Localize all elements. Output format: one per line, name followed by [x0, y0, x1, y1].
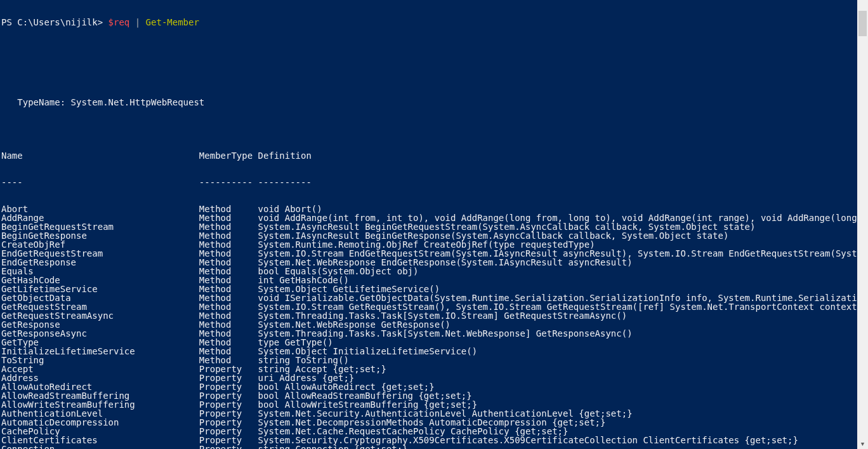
member-row: GetLifetimeService Method System.Object …: [1, 285, 857, 293]
member-row: GetResponse Method System.Net.WebRespons…: [1, 320, 857, 329]
member-row: InitializeLifetimeService Method System.…: [1, 347, 857, 356]
member-row: Accept Property string Accept {get;set;}: [1, 365, 857, 373]
member-row: EndGetRequestStream Method System.IO.Str…: [1, 249, 857, 258]
scroll-track[interactable]: [857, 11, 868, 438]
member-row: GetObjectData Method void ISerializable.…: [1, 293, 857, 302]
member-row: GetResponseAsync Method System.Threading…: [1, 329, 857, 338]
member-row: AllowReadStreamBuffering Property bool A…: [1, 391, 857, 400]
prompt-path: PS C:\Users\nijilk>: [1, 17, 109, 27]
member-row: CreateObjRef Method System.Runtime.Remot…: [1, 240, 857, 249]
header-line: Name MemberType Definition: [1, 151, 857, 160]
typename-line: TypeName: System.Net.HttpWebRequest: [1, 98, 857, 107]
member-row: AllowWriteStreamBuffering Property bool …: [1, 400, 857, 409]
prompt-pipe: |: [129, 17, 145, 27]
member-row: GetType Method type GetType(): [1, 338, 857, 347]
member-row: AutomaticDecompression Property System.N…: [1, 418, 857, 427]
prompt-variable: $req: [109, 17, 130, 27]
member-row: BeginGetResponse Method System.IAsyncRes…: [1, 231, 857, 240]
member-row: ToString Method string ToString(): [1, 356, 857, 365]
member-row: Address Property uri Address {get;}: [1, 373, 857, 382]
member-row: GetHashCode Method int GetHashCode(): [1, 276, 857, 285]
member-row: Equals Method bool Equals(System.Object …: [1, 267, 857, 276]
member-row: AllowAutoRedirect Property bool AllowAut…: [1, 382, 857, 391]
scroll-thumb[interactable]: [858, 11, 867, 36]
member-row: CachePolicy Property System.Net.Cache.Re…: [1, 427, 857, 436]
blank-line: [1, 124, 857, 133]
blank-line: [1, 71, 857, 80]
powershell-terminal[interactable]: PS C:\Users\nijilk> $req | Get-Member Ty…: [0, 0, 857, 449]
member-row: Abort Method void Abort(): [1, 204, 857, 213]
prompt-line: PS C:\Users\nijilk> $req | Get-Member: [1, 18, 857, 27]
vertical-scrollbar[interactable]: ▲ ▼: [857, 0, 868, 449]
prompt-cmdlet: Get-Member: [146, 17, 199, 27]
member-row: AddRange Method void AddRange(int from, …: [1, 213, 857, 222]
member-row: ClientCertificates Property System.Secur…: [1, 436, 857, 445]
scroll-down-button[interactable]: ▼: [857, 438, 868, 449]
member-row: AuthenticationLevel Property System.Net.…: [1, 409, 857, 418]
member-row: GetRequestStream Method System.IO.Stream…: [1, 302, 857, 311]
blank-line: [1, 44, 857, 53]
member-row: GetRequestStreamAsync Method System.Thre…: [1, 311, 857, 320]
underline-line: ---- ---------- ----------: [1, 178, 857, 187]
member-row: Connection Property string Connection {g…: [1, 445, 857, 449]
member-row: BeginGetRequestStream Method System.IAsy…: [1, 222, 857, 231]
member-row: EndGetResponse Method System.Net.WebResp…: [1, 258, 857, 267]
